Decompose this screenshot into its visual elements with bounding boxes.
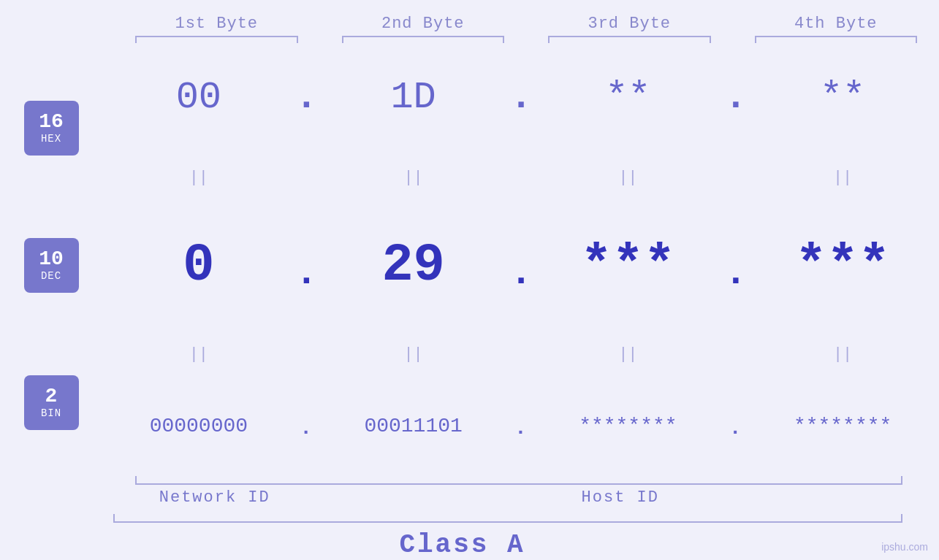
dec-b2-cell: 29 [317, 236, 510, 296]
eq2-b4: || [746, 345, 939, 365]
network-host-labels: Network ID Host ID [113, 488, 924, 507]
byte4-header: 4th Byte [733, 15, 940, 33]
bin-dot1: . [295, 417, 317, 440]
eq1-b4: || [746, 167, 939, 188]
bin-dot2: . [510, 417, 532, 440]
hex-dot1: . [295, 76, 317, 119]
hex-b2-cell: 1D [317, 76, 510, 119]
content-area: 16 HEX 10 DEC 2 BIN 00 . 1D [0, 45, 939, 471]
bin-b4: ******** [794, 415, 892, 437]
hex-badge: 16 HEX [24, 101, 79, 156]
equals-row-1: || || || || [102, 167, 939, 188]
data-rows: 00 . 1D . ** . ** || || [102, 45, 939, 471]
eq1-b1: || [102, 167, 295, 188]
equals-row-2: || || || || [102, 345, 939, 365]
watermark: ipshu.com [881, 541, 928, 553]
hex-b3-cell: ** [532, 76, 725, 119]
byte1-header: 1st Byte [113, 15, 320, 33]
hex-number: 16 [39, 111, 64, 134]
bin-label: BIN [41, 408, 61, 419]
bin-badge: 2 BIN [24, 375, 79, 430]
dec-b1-cell: 0 [102, 236, 295, 296]
hex-b4: ** [820, 76, 865, 119]
eq2-b2: || [317, 345, 510, 365]
dec-dot2: . [510, 252, 532, 295]
host-id-label: Host ID [316, 488, 925, 507]
hex-b2: 1D [390, 76, 436, 119]
eq2-b3: || [532, 345, 725, 365]
bin-number: 2 [45, 386, 58, 408]
dec-b4-cell: *** [746, 236, 939, 296]
main-container: 1st Byte 2nd Byte 3rd Byte 4th Byte 16 H… [0, 0, 939, 560]
badges-column: 16 HEX 10 DEC 2 BIN [0, 45, 102, 471]
bin-b2-cell: 00011101 [317, 415, 510, 437]
dec-b3: *** [581, 236, 676, 296]
class-label: Class A [113, 530, 924, 560]
dec-label: DEC [41, 271, 61, 282]
bin-b2: 00011101 [364, 415, 462, 437]
dec-number: 10 [39, 248, 64, 271]
byte-headers: 1st Byte 2nd Byte 3rd Byte 4th Byte [0, 15, 939, 33]
dec-b2: 29 [381, 236, 444, 296]
byte2-header: 2nd Byte [320, 15, 527, 33]
dec-b3-cell: *** [532, 236, 725, 296]
eq1-b2: || [317, 167, 510, 188]
bin-dot3: . [724, 417, 746, 440]
hex-row: 00 . 1D . ** . ** [102, 76, 939, 119]
network-id-label: Network ID [113, 488, 316, 507]
hex-dot3: . [724, 76, 746, 119]
dec-row: 0 . 29 . *** . *** [102, 236, 939, 296]
hex-b1: 00 [176, 76, 221, 119]
top-brackets [0, 36, 939, 45]
hex-dot2: . [510, 76, 532, 119]
network-bracket [113, 475, 316, 485]
hex-b4-cell: ** [746, 76, 939, 119]
dec-badge: 10 DEC [24, 238, 79, 293]
dec-dot3: . [724, 252, 746, 295]
hex-b1-cell: 00 [102, 76, 295, 119]
network-host-brackets [113, 475, 924, 485]
bracket-4 [733, 36, 940, 45]
hex-b3: ** [605, 76, 650, 119]
bottom-section: Network ID Host ID Class A [0, 475, 939, 560]
host-bracket [316, 475, 925, 485]
bin-b3-cell: ******** [532, 415, 725, 437]
byte3-header: 3rd Byte [526, 15, 733, 33]
hex-label: HEX [41, 134, 61, 145]
dec-b4: *** [795, 236, 890, 296]
bracket-3 [526, 36, 733, 45]
eq1-b3: || [532, 167, 725, 188]
bin-row: 00000000 . 00011101 . ******** . *******… [102, 413, 939, 440]
dec-dot1: . [295, 252, 317, 295]
bin-b4-cell: ******** [746, 415, 939, 437]
bracket-2 [320, 36, 527, 45]
bin-b1-cell: 00000000 [102, 415, 295, 437]
eq2-b1: || [102, 345, 295, 365]
bracket-1 [113, 36, 320, 45]
bin-b1: 00000000 [150, 415, 248, 437]
bin-b3: ******** [579, 415, 677, 437]
dec-b1: 0 [183, 236, 214, 296]
main-bottom-bracket [113, 513, 924, 523]
